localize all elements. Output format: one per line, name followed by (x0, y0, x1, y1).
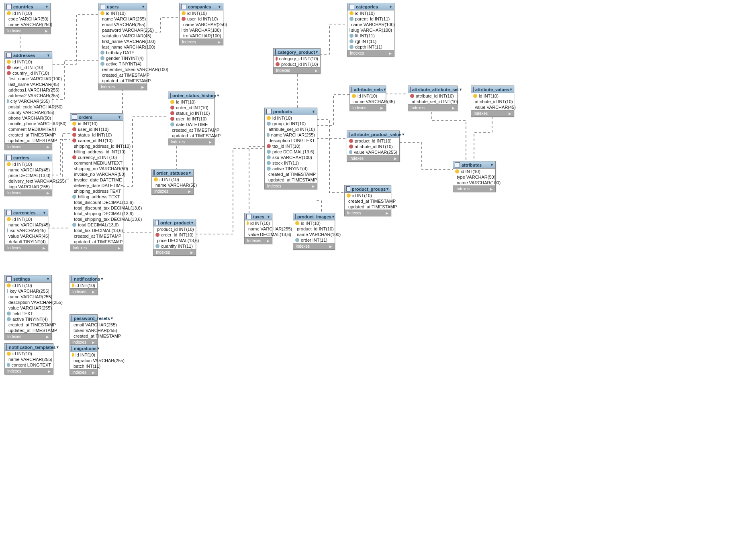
table-order_status_history[interactable]: order_status_history▼id INT(10)order_id … (168, 92, 215, 145)
table-attributes[interactable]: attributes▼id INT(10)type VARCHAR(50)nam… (453, 161, 496, 192)
column-row[interactable]: gender TINYINT(4) (98, 55, 147, 61)
column-row[interactable]: price DECIMAL(13,0) (5, 173, 52, 178)
indexes-section[interactable]: Indexes▶ (265, 183, 317, 189)
column-row[interactable]: id INT(10) (345, 193, 391, 198)
column-row[interactable]: name VARCHAR(250) (5, 22, 50, 27)
table-header[interactable]: settings▼ (5, 275, 51, 283)
column-row[interactable]: billing_address TEXT (70, 194, 123, 200)
column-row[interactable]: depth INT(11) (347, 44, 394, 50)
indexes-section[interactable]: Indexes▶ (293, 243, 335, 249)
table-attribute_sets[interactable]: attribute_sets▼id INT(10)name VARCHAR(45… (349, 86, 386, 111)
column-row[interactable]: parent_id INT(11) (347, 16, 394, 22)
indexes-section[interactable]: Indexes▶ (70, 288, 97, 295)
table-currencies[interactable]: currencies▼id INT(10)name VARCHAR(45)iso… (4, 209, 48, 251)
chevron-down-icon[interactable]: ▼ (110, 316, 114, 320)
column-row[interactable]: description LONGTEXT (265, 138, 317, 143)
column-row[interactable]: status_id INT(10) (70, 132, 123, 138)
table-order_statuses[interactable]: order_statuses▼id INT(10)name VARCHAR(50… (151, 169, 194, 195)
column-row[interactable]: attribute_id INT(10) (347, 144, 399, 149)
column-row[interactable]: active TINYINT(4) (98, 61, 147, 67)
table-header[interactable]: users▼ (98, 3, 147, 10)
chevron-right-icon[interactable]: ▶ (43, 246, 45, 250)
column-row[interactable]: updated_at TIMESTAMP (5, 138, 52, 143)
column-row[interactable]: value VARCHAR(255) (5, 305, 51, 311)
table-carriers[interactable]: carriers▼id INT(10)name VARCHAR(45)price… (4, 154, 52, 196)
table-header[interactable]: notification_templates▼ (5, 344, 53, 351)
table-migrations[interactable]: migrations▼id INT(10)migration VARCHAR(2… (69, 344, 98, 376)
chevron-down-icon[interactable]: ▼ (267, 215, 270, 219)
column-row[interactable]: iso VARCHAR(45) (5, 228, 48, 233)
chevron-right-icon[interactable]: ▶ (209, 140, 212, 144)
column-row[interactable]: type VARCHAR(50) (453, 174, 495, 180)
indexes-section[interactable]: Indexes▶ (5, 27, 50, 34)
column-row[interactable]: id INT(10) (471, 93, 514, 99)
column-row[interactable]: description VARCHAR(255) (5, 299, 51, 305)
column-row[interactable]: attribute_set_id INT(10) (265, 126, 317, 132)
chevron-down-icon[interactable]: ▼ (141, 5, 145, 9)
chevron-down-icon[interactable]: ▼ (315, 50, 319, 54)
column-row[interactable]: tax_id INT(10) (265, 143, 317, 149)
chevron-right-icon[interactable]: ▶ (118, 246, 121, 250)
chevron-down-icon[interactable]: ▼ (509, 88, 513, 92)
column-row[interactable]: created_at TIMESTAMP (70, 233, 123, 239)
chevron-down-icon[interactable]: ▼ (331, 215, 335, 219)
column-row[interactable]: attribute_id INT(10) (471, 99, 514, 104)
column-row[interactable]: slug VARCHAR(100) (347, 27, 394, 33)
table-header[interactable]: category_product▼ (274, 49, 320, 56)
column-row[interactable]: shipping_address TEXT (70, 188, 123, 194)
column-row[interactable]: total DECIMAL(13,6) (70, 222, 123, 228)
column-row[interactable]: billing_address_id INT(10) (70, 149, 123, 155)
chevron-down-icon[interactable]: ▼ (386, 187, 389, 191)
chevron-down-icon[interactable]: ▼ (100, 277, 104, 281)
indexes-section[interactable]: Indexes▶ (274, 67, 320, 73)
table-header[interactable]: categories▼ (347, 3, 394, 10)
column-row[interactable]: name VARCHAR(255) (245, 226, 272, 232)
indexes-section[interactable]: Indexes▶ (408, 104, 457, 111)
chevron-down-icon[interactable]: ▼ (459, 88, 462, 92)
column-row[interactable]: sku VARCHAR(100) (265, 155, 317, 160)
column-row[interactable]: id INT(10) (98, 10, 147, 16)
chevron-right-icon[interactable]: ▶ (141, 85, 144, 89)
chevron-down-icon[interactable]: ▼ (43, 211, 46, 215)
column-row[interactable]: updated_at TIMESTAMP (98, 78, 147, 84)
chevron-down-icon[interactable]: ▼ (118, 115, 121, 119)
column-row[interactable]: delivery_text VARCHAR(255) (5, 178, 52, 184)
table-orders[interactable]: orders▼id INT(10)user_id INT(10)status_i… (70, 113, 123, 251)
column-row[interactable]: total_shipping DECIMAL(13,6) (70, 211, 123, 216)
table-header[interactable]: migrations▼ (70, 345, 97, 352)
column-row[interactable]: key VARCHAR(255) (5, 288, 51, 294)
column-row[interactable]: created_at TIMESTAMP (5, 322, 51, 328)
column-row[interactable]: active TINYINT(4) (5, 316, 51, 322)
column-row[interactable]: salutation VARCHAR(45) (98, 33, 147, 39)
chevron-right-icon[interactable]: ▶ (47, 191, 49, 195)
column-row[interactable]: total_discount_tax DECIMAL(13,6) (70, 205, 123, 211)
table-header[interactable]: notifications▼ (70, 275, 97, 283)
indexes-section[interactable]: Indexes▶ (5, 189, 52, 196)
column-row[interactable]: id INT(10) (5, 10, 50, 16)
column-row[interactable]: stock INT(11) (265, 160, 317, 166)
column-row[interactable]: created_at TIMESTAMP (5, 132, 52, 138)
table-product_groups[interactable]: product_groups▼id INT(10)created_at TIME… (344, 185, 391, 216)
column-row[interactable]: currency_id INT(10) (70, 155, 123, 160)
chevron-right-icon[interactable]: ▶ (509, 112, 511, 116)
column-row[interactable]: id INT(10) (5, 283, 51, 288)
column-row[interactable]: postal_code VARCHAR(50) (5, 104, 52, 110)
chevron-down-icon[interactable]: ▼ (389, 5, 392, 9)
column-row[interactable]: address1 VARCHAR(255) (5, 87, 52, 93)
chevron-right-icon[interactable]: ▶ (48, 369, 51, 373)
column-row[interactable]: name VARCHAR(100) (293, 232, 335, 237)
column-row[interactable]: id INT(10) (70, 352, 97, 358)
column-row[interactable]: active TINYINT(4) (265, 166, 317, 171)
chevron-right-icon[interactable]: ▶ (389, 51, 392, 55)
column-row[interactable]: rgt INT(11) (347, 39, 394, 44)
table-categories[interactable]: categories▼id INT(10)parent_id INT(11)na… (347, 3, 394, 57)
column-row[interactable]: shipping_no VARCHAR(50) (70, 166, 123, 171)
chevron-right-icon[interactable]: ▶ (92, 371, 95, 375)
chevron-right-icon[interactable]: ▶ (92, 290, 95, 294)
column-row[interactable]: id INT(10) (168, 99, 214, 105)
indexes-section[interactable]: Indexes▶ (70, 369, 97, 375)
chevron-right-icon[interactable]: ▶ (394, 157, 397, 161)
column-row[interactable]: comment MEDIUMTEXT (5, 126, 52, 132)
column-row[interactable]: mobile_phone VARCHAR(50) (5, 121, 52, 126)
table-header[interactable]: currencies▼ (5, 209, 48, 216)
